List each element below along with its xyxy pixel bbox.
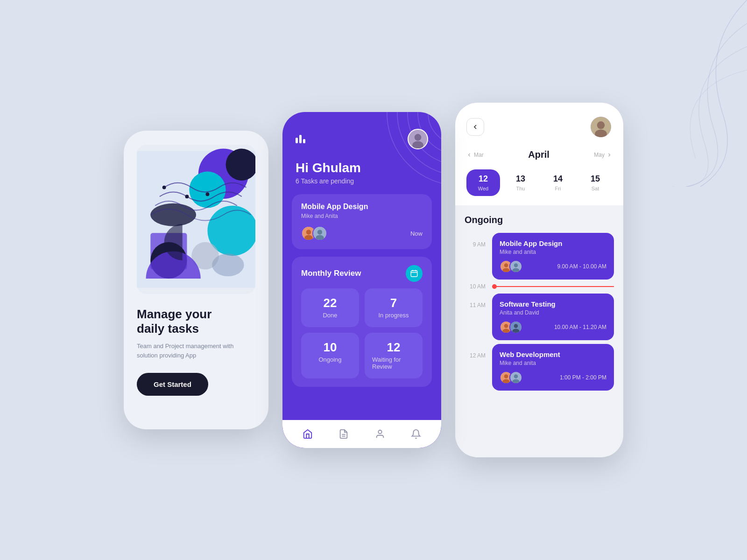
- assignee-avatars: [301, 226, 327, 241]
- calendar-icon-btn[interactable]: [406, 265, 423, 282]
- avatar-2: [312, 226, 327, 241]
- m1-av2: [509, 260, 522, 273]
- svg-rect-28: [411, 271, 417, 277]
- timeline-row-2: 11 AM Software Testing Anita and David: [465, 294, 614, 340]
- stat-waiting-label: Waiting for Review: [372, 356, 415, 370]
- review-title: Monthly Review: [301, 269, 361, 278]
- review-section: Monthly Review 22 Done: [292, 257, 432, 387]
- m2-av2: [509, 321, 522, 334]
- meeting-3-footer: 1:00 PM - 2:00 PM: [500, 371, 606, 384]
- topbar: [296, 129, 428, 149]
- m3-av2: [509, 371, 522, 384]
- current-month: April: [491, 149, 587, 160]
- calendar-header: Mar April May 12 Wed 13 Thu 14: [455, 103, 623, 205]
- svg-point-39: [504, 263, 508, 267]
- prev-month-button[interactable]: Mar: [466, 152, 484, 158]
- cal-day-15[interactable]: 15 Sat: [578, 169, 612, 196]
- current-time-label: 10 AM: [465, 283, 486, 290]
- cal-day-14[interactable]: 14 Fri: [541, 169, 575, 196]
- meeting-3-avatars: [500, 371, 522, 384]
- task-title: Mobile App Design: [301, 203, 423, 211]
- svg-point-34: [378, 430, 381, 434]
- stat-inprogress: 7 In progress: [365, 288, 423, 327]
- meeting-3-title: Web Development: [500, 350, 606, 358]
- stat-done: 22 Done: [301, 288, 359, 327]
- meeting-2-time: 10.00 AM - 11.20 AM: [554, 324, 606, 330]
- phones-container: Manage your daily tasks Team and Project…: [124, 103, 623, 457]
- timeline-row-1: 9 AM Mobile App Design Mike and anita: [465, 233, 614, 280]
- svg-point-36: [597, 121, 605, 129]
- meeting-1-sub: Mike and anita: [500, 249, 606, 255]
- cal-day-12[interactable]: 12 Wed: [466, 169, 500, 196]
- svg-point-54: [514, 374, 518, 378]
- cal-day-13[interactable]: 13 Thu: [504, 169, 537, 196]
- stats-grid: 22 Done 7 In progress 10 Ongoing 12 Wait…: [301, 288, 423, 378]
- back-button[interactable]: [466, 118, 484, 136]
- time-label-11am: 11 AM: [465, 294, 486, 308]
- svg-point-11: [206, 192, 210, 196]
- bar-chart-icon: [296, 135, 305, 143]
- meeting-2-avatars: [500, 321, 522, 334]
- meeting-card-1[interactable]: Mobile App Design Mike and anita: [492, 233, 614, 280]
- task-assignees: Mike and Anita: [301, 213, 423, 219]
- svg-point-23: [306, 230, 311, 235]
- svg-point-26: [317, 230, 323, 235]
- meeting-card-3[interactable]: Web Development Mike and anita: [492, 344, 614, 391]
- meeting-2-footer: 10.00 AM - 11.20 AM: [500, 321, 606, 334]
- greeting-name: Hi Ghulam: [296, 161, 428, 175]
- calendar-body: Ongoing 9 AM Mobile App Design Mike and …: [455, 205, 623, 457]
- onboarding-content: Manage your daily tasks Team and Project…: [137, 307, 255, 413]
- meeting-card-2[interactable]: Software Testing Anita and David: [492, 294, 614, 340]
- meeting-1-footer: 9.00 AM - 10.00 AM: [500, 260, 606, 273]
- nav-profile[interactable]: [374, 427, 387, 441]
- svg-point-51: [504, 374, 508, 378]
- stat-inprogress-number: 7: [390, 297, 397, 309]
- get-started-button[interactable]: Get Started: [137, 373, 208, 396]
- month-navigation: Mar April May: [466, 149, 612, 160]
- stat-done-label: Done: [323, 312, 337, 319]
- time-label-9am: 9 AM: [465, 233, 486, 248]
- meeting-3-sub: Mike and anita: [500, 360, 606, 366]
- stat-ongoing: 10 Ongoing: [301, 333, 359, 378]
- svg-point-6: [150, 203, 196, 226]
- task-card[interactable]: Mobile App Design Mike and Anita Now: [292, 194, 432, 249]
- svg-point-10: [162, 186, 166, 189]
- phone-calendar: Mar April May 12 Wed 13 Thu 14: [455, 103, 623, 457]
- ongoing-section-title: Ongoing: [465, 215, 614, 225]
- nav-home[interactable]: [301, 427, 314, 441]
- tasks-pending: 6 Tasks are pending: [296, 177, 428, 185]
- meeting-2-title: Software Testing: [500, 300, 606, 308]
- nav-notifications[interactable]: [409, 427, 423, 441]
- calendar-days: 12 Wed 13 Thu 14 Fri 15 Sat: [466, 169, 612, 196]
- stat-done-number: 22: [324, 297, 337, 309]
- dashboard-header: Hi Ghulam 6 Tasks are pending: [282, 112, 441, 194]
- stat-waiting-number: 12: [387, 341, 401, 353]
- meeting-3-time: 1:00 PM - 2:00 PM: [560, 374, 606, 381]
- time-label-12am: 12 AM: [465, 344, 486, 359]
- user-avatar[interactable]: [408, 129, 428, 149]
- svg-point-48: [514, 324, 518, 328]
- red-time-line: [492, 286, 614, 287]
- cal-user-avatar[interactable]: [590, 116, 612, 138]
- meeting-1-time: 9.00 AM - 10.00 AM: [557, 263, 606, 270]
- meeting-1-avatars: [500, 260, 522, 273]
- timeline: 9 AM Mobile App Design Mike and anita: [465, 233, 614, 394]
- svg-point-20: [415, 134, 422, 141]
- svg-point-12: [185, 195, 189, 198]
- review-header: Monthly Review: [301, 265, 423, 282]
- stat-ongoing-label: Ongoing: [318, 356, 341, 363]
- nav-documents[interactable]: [337, 427, 350, 441]
- artwork: [137, 145, 255, 294]
- meeting-1-title: Mobile App Design: [500, 239, 606, 247]
- current-time-indicator: 10 AM: [465, 283, 614, 290]
- cal-topbar: [466, 116, 612, 138]
- onboarding-title: Manage your daily tasks: [137, 307, 255, 336]
- onboarding-subtitle: Team and Project management with solutio…: [137, 342, 255, 360]
- bottom-nav: [282, 420, 441, 448]
- meeting-2-sub: Anita and David: [500, 309, 606, 316]
- stat-ongoing-number: 10: [324, 341, 337, 353]
- phone-onboarding: Manage your daily tasks Team and Project…: [124, 131, 268, 429]
- svg-point-9: [212, 253, 244, 276]
- next-month-button[interactable]: May: [594, 152, 612, 158]
- task-time: Now: [410, 230, 423, 237]
